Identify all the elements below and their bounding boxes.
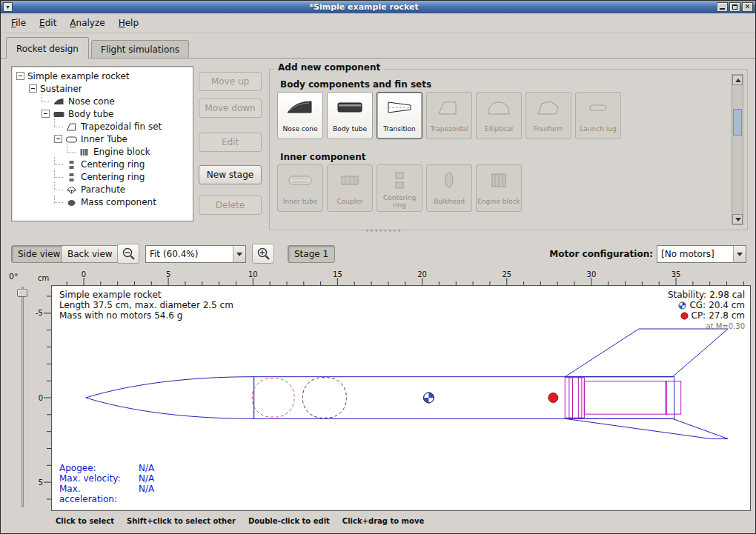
status-hint: Click to select — [56, 517, 114, 525]
title-bar[interactable]: ▾ *Simple example rocket ✕ — [1, 1, 755, 13]
minimize-button[interactable] — [717, 2, 728, 12]
menu-file[interactable]: File — [4, 15, 33, 31]
side-view-button[interactable]: Side view — [11, 245, 67, 263]
stability-label: Stability: — [668, 290, 706, 300]
arrow-down-icon — [735, 218, 741, 221]
app-window: ▾ *Simple example rocket ✕ FileEditAnaly… — [0, 0, 756, 534]
maximize-button[interactable] — [729, 2, 740, 12]
scroll-up-button[interactable] — [732, 75, 743, 85]
add-trapezoidal-button[interactable]: Trapezoidal — [426, 92, 472, 139]
svg-text:25: 25 — [502, 270, 511, 278]
motor-configuration-select[interactable]: [No motors] — [657, 245, 746, 263]
tree-item-label: Centering ring — [81, 172, 145, 182]
menu-help[interactable]: Help — [112, 15, 145, 31]
add-coupler-button[interactable]: Coupler — [327, 164, 373, 212]
dropdown-arrow-icon — [233, 246, 245, 262]
svg-text:15: 15 — [333, 270, 342, 278]
back-view-button[interactable]: Back view — [61, 245, 119, 263]
scroll-down-button[interactable] — [732, 214, 743, 224]
transition-icon — [385, 96, 414, 119]
add-bulkhead-button[interactable]: Bulkhead — [426, 164, 472, 212]
window-menu-icon[interactable]: ▾ — [3, 2, 13, 12]
tree-item-sustainer[interactable]: Sustainer — [13, 82, 191, 95]
tree-item-parachute[interactable]: Parachute — [13, 183, 191, 196]
tree-item-trapezoidal-fin-set[interactable]: Trapezoidal fin set — [13, 120, 191, 133]
tab-bar: Rocket designFlight simulations — [1, 34, 755, 59]
add-freeform-button[interactable]: Freeform — [525, 92, 571, 139]
move-up-button[interactable]: Move up — [199, 72, 262, 91]
motor-configuration-value: [No motors] — [657, 249, 733, 259]
bodytube-icon — [53, 110, 65, 119]
tree-item-simple-example-rocket[interactable]: Simple example rocket — [13, 70, 191, 82]
component-scrollbar[interactable] — [732, 74, 743, 225]
menu-edit[interactable]: Edit — [33, 15, 63, 31]
component-button-label: Coupler — [336, 191, 364, 211]
tree-item-nose-cone[interactable]: Nose cone — [13, 95, 191, 107]
component-button-label: Trapezoidal — [429, 119, 468, 138]
splitter-handle[interactable]: •••••••• — [362, 228, 406, 234]
rotation-slider[interactable] — [17, 287, 27, 507]
mass-icon — [65, 198, 78, 207]
internal-component-dashed — [302, 378, 346, 418]
body-tube-outline — [254, 377, 674, 419]
stability-block: Stability: 2.98 cal CG: 20.4 cm — [668, 290, 745, 332]
delete-button[interactable]: Delete — [199, 196, 262, 215]
component-tree[interactable]: Simple example rocketSustainerNose coneB… — [11, 66, 193, 221]
launchlug-icon — [583, 96, 613, 119]
tree-item-centering-ring[interactable]: Centering ring — [13, 158, 191, 170]
tree-expander-icon[interactable] — [54, 135, 62, 143]
zoom-select[interactable]: Fit (60.4%) — [145, 245, 246, 263]
tree-item-centering-ring[interactable]: Centering ring — [13, 170, 191, 183]
cg-label: CG: — [689, 300, 706, 310]
add-nosecone-button[interactable]: Nose cone — [277, 92, 323, 139]
cp-marker — [548, 393, 558, 403]
component-button-label: Inner tube — [282, 191, 319, 211]
ruler-unit-label: cm — [38, 274, 49, 282]
design-canvas-area: 0° cm 05101520253035 -505 Simple example… — [1, 270, 756, 512]
stage-1-button[interactable]: Stage 1 — [288, 245, 335, 263]
move-down-button[interactable]: Move down — [199, 99, 262, 118]
tree-connector — [54, 182, 63, 190]
tree-action-buttons: Move upMove downEditNew stageDelete — [199, 66, 262, 215]
close-icon: ✕ — [743, 3, 752, 11]
close-button[interactable]: ✕ — [742, 2, 753, 12]
component-button-label: Bulkhead — [433, 191, 465, 211]
zoom-out-button[interactable] — [117, 244, 139, 264]
tab-flight-simulations[interactable]: Flight simulations — [91, 40, 189, 58]
add-engineblock-button[interactable]: Engine block — [476, 164, 522, 212]
tree-item-body-tube[interactable]: Body tube — [13, 107, 191, 120]
cp-symbol-icon — [680, 312, 689, 320]
edit-button[interactable]: Edit — [199, 133, 262, 152]
tab-rocket-design[interactable]: Rocket design — [6, 37, 89, 59]
minimize-icon — [720, 8, 725, 10]
tree-item-mass-component[interactable]: Mass component — [13, 196, 191, 208]
tree-item-label: Inner Tube — [81, 134, 127, 144]
add-launchlug-button[interactable]: Launch lug — [575, 92, 621, 139]
flight-data-row: Max. velocity:N/A — [59, 473, 154, 484]
menu-analyze[interactable]: Analyze — [63, 15, 111, 31]
tree-item-engine-block[interactable]: Engine block — [13, 145, 191, 158]
add-bodytube-button[interactable]: Body tube — [327, 92, 373, 139]
tree-expander-icon[interactable] — [29, 84, 37, 93]
add-component-panel: Add new component Body components and fi… — [269, 69, 748, 230]
add-elliptical-button[interactable]: Elliptical — [476, 92, 522, 139]
scrollbar-thumb[interactable] — [733, 109, 742, 136]
tree-connector — [67, 144, 76, 153]
tree-item-inner-tube[interactable]: Inner Tube — [13, 133, 191, 145]
tree-item-label: Simple example rocket — [27, 71, 129, 81]
tree-connector — [54, 195, 63, 203]
rocket-info-line: Length 37.5 cm, max. diameter 2.5 cm — [59, 300, 233, 310]
svg-text:30: 30 — [587, 270, 597, 278]
add-transition-button[interactable]: Transition — [377, 92, 422, 139]
rocket-drawing[interactable]: Simple example rocketLength 37.5 cm, max… — [51, 285, 751, 511]
rotation-slider-thumb[interactable] — [17, 289, 27, 297]
cg-symbol-icon — [678, 301, 686, 310]
nosecone-icon — [285, 96, 315, 119]
tree-expander-icon[interactable] — [42, 110, 50, 118]
new-stage-button[interactable]: New stage — [199, 165, 262, 184]
add-innertube-button[interactable]: Inner tube — [277, 164, 323, 212]
add-centeringring-button[interactable]: Centering ring — [377, 164, 422, 212]
tree-expander-icon[interactable] — [16, 72, 24, 80]
dropdown-arrow-icon — [733, 246, 746, 262]
zoom-in-button[interactable] — [252, 244, 274, 264]
